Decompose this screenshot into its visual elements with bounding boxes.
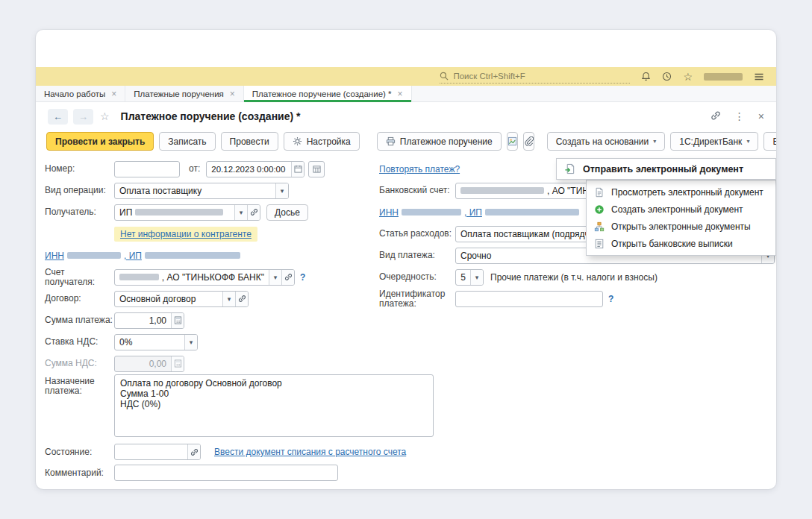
menu-item-create-edocument[interactable]: Создать электронный документ [587,201,775,218]
chevron-down-icon: ▾ [281,187,284,195]
recipient-redacted [135,209,223,216]
dropdown-button[interactable]: ▾ [184,335,197,350]
operation-select[interactable]: Оплата поставщику ▾ [114,183,289,199]
tab-start-page[interactable]: Начало работы × [36,86,125,101]
create-based-on-button[interactable]: Создать на основании ▾ [547,132,666,151]
payment-id-label: Идентификатор платежа: [379,289,455,309]
notifications-button[interactable] [641,72,651,81]
close-button[interactable]: × [758,111,764,122]
related-documents-button[interactable] [507,132,518,151]
comment-input[interactable] [115,465,337,480]
view-document-icon [594,187,605,198]
contract-field[interactable]: Основной договор ▾ [114,291,249,307]
open-item-button[interactable] [235,292,248,306]
settings-button[interactable]: Настройка [284,132,360,151]
menu-item-label: Создать электронный документ [611,204,743,215]
enter-debit-document-link[interactable]: Ввести документ списания с расчетного сч… [214,447,406,457]
recipient-account-label: Счет получателя: [45,268,114,287]
payment-id-input[interactable] [456,292,602,306]
amount-input[interactable] [115,313,171,328]
history-button[interactable] [662,72,672,81]
expense-item-value: Оплата поставщикам (подрядчикам) [460,229,597,239]
open-item-button[interactable] [187,444,200,459]
recipient-inn-link[interactable]: ИНН , ИП [45,251,240,261]
vat-rate-select[interactable]: 0% ▾ [114,334,198,350]
menu-item-open-edocuments[interactable]: Открыть электронные документы [587,218,775,235]
vat-amount-input [115,356,171,371]
recipient-field[interactable]: ИП ▾ [114,204,260,221]
chevron-down-icon: ▾ [475,274,479,281]
menu-item-view-edocument[interactable]: Просмотреть электронный документ [587,183,775,201]
menu-item-send-edocument[interactable]: Отправить электронный документ [556,158,776,180]
purpose-textarea[interactable]: Оплата по договору Основной договор Сумм… [114,374,434,437]
calculator-icon[interactable] [171,313,184,328]
post-and-close-button[interactable]: Провести и закрыть [46,132,154,151]
more-menu-button[interactable]: ⋮ [734,111,745,122]
favorites-button[interactable]: ☆ [683,72,693,82]
dropdown-button[interactable]: ▾ [222,292,235,306]
vat-amount-row: Сумма НДС: [45,353,448,374]
contract-label: Договор: [45,294,114,303]
menu-item-open-bank-statements[interactable]: Открыть банковские выписки [587,235,775,252]
tab-payment-orders[interactable]: Платежные поручения × [125,86,243,101]
priority-select[interactable]: 5 ▾ [455,269,484,286]
date-field[interactable] [206,161,304,177]
state-field[interactable] [114,444,201,460]
date-input[interactable] [207,162,291,177]
search-placeholder: Поиск Ctrl+Shift+F [453,72,525,81]
account-help-link[interactable]: ? [300,272,305,283]
vat-rate-value: 0% [119,337,132,347]
forward-button[interactable]: → [73,109,93,125]
paperclip-icon [524,136,534,146]
amount-field[interactable] [114,312,184,329]
comment-field[interactable] [114,465,338,481]
bell-icon [641,72,651,81]
payment-id-help-link[interactable]: ? [608,294,613,304]
dropdown-button[interactable]: ▾ [470,270,483,285]
create-based-on-label: Создать на основании [556,136,649,147]
write-button[interactable]: Записать [159,132,215,151]
tab-bar: Начало работы × Платежные поручения × Пл… [36,86,776,102]
dropdown-button[interactable]: ▾ [275,183,288,198]
favorite-star-button[interactable]: ☆ [100,110,110,122]
payment-kind-label: Вид платежа: [379,251,455,260]
dropdown-button[interactable]: ▾ [234,205,247,220]
amount-label: Сумма платежа: [45,315,114,325]
print-payment-order-button[interactable]: Платежное поручение [377,132,502,151]
post-button[interactable]: Провести [221,132,278,151]
dossier-button[interactable]: Досье [266,204,308,221]
priority-value: 5 [460,272,466,283]
payment-kind-value: Срочно [460,251,491,261]
tab-payment-order-create[interactable]: Платежное поручение (создание) * × [244,86,412,101]
recipient-account-field[interactable]: , АО "ТИНЬКОФФ БАНК" ▾ [114,269,295,286]
tab-label: Платежные поручения [134,89,223,98]
attach-file-button[interactable] [523,132,534,151]
number-field[interactable] [114,161,180,177]
number-input[interactable] [115,162,179,177]
repeat-payment-link[interactable]: Повторять платеж? [379,164,460,174]
open-item-button[interactable] [281,270,294,285]
tab-close-button[interactable]: × [230,89,235,98]
calendar-icon[interactable] [291,162,304,177]
search-input[interactable]: Поиск Ctrl+Shift+F [440,70,630,84]
priority-row: Очередность: 5 ▾ Прочие платежи (в т.ч. … [379,266,776,288]
no-counterparty-info-link[interactable]: Нет информации о контрагенте [120,229,252,239]
state-label: Состояние: [45,447,114,457]
gear-icon [293,136,302,146]
calculator-icon [171,356,184,371]
get-link-button[interactable] [710,110,721,122]
operation-label: Вид операции: [45,186,114,195]
payer-inn-link[interactable]: ИНН , ИП [379,207,579,218]
back-button[interactable]: ← [48,109,68,125]
print-label: Платежное поручение [400,136,493,147]
payment-id-field[interactable] [455,291,603,307]
direct-bank-button[interactable]: 1С:ДиректБанк ▾ [670,132,758,151]
service-menu-button[interactable] [754,72,764,81]
more-button[interactable]: Еще ▾ [763,132,776,151]
tab-close-button[interactable]: × [398,89,403,98]
open-calendar-button[interactable] [308,161,325,177]
tab-close-button[interactable]: × [111,89,116,98]
dropdown-button[interactable]: ▾ [269,270,281,285]
state-input[interactable] [115,444,187,459]
open-item-button[interactable] [247,205,260,220]
